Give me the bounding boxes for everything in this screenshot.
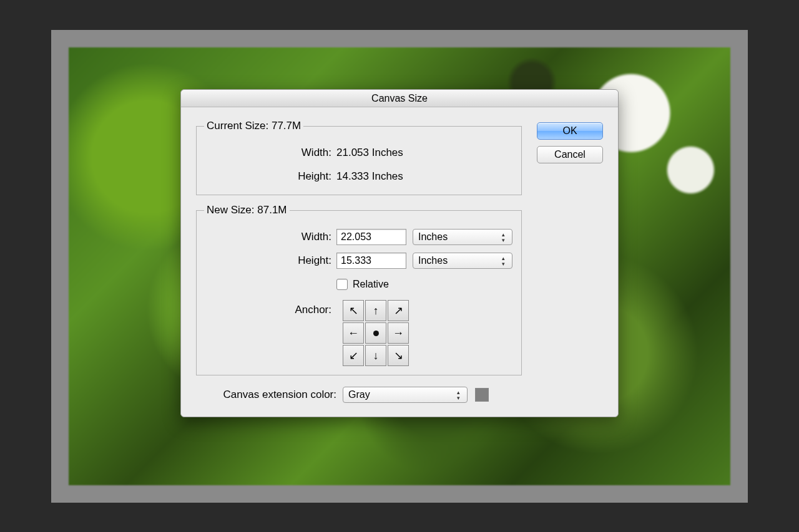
cancel-button[interactable]: Cancel: [537, 146, 603, 163]
relative-checkbox[interactable]: [336, 279, 348, 290]
canvas-size-dialog: Canvas Size Current Size: 77.7M Width: 2…: [180, 89, 619, 417]
ok-button[interactable]: OK: [537, 122, 603, 140]
anchor-e[interactable]: →: [388, 322, 409, 344]
dialog-title: Canvas Size: [371, 93, 428, 104]
extension-color-swatch[interactable]: [475, 388, 489, 402]
new-height-input[interactable]: [336, 253, 406, 269]
current-size-group: Current Size: 77.7M Width: 21.053 Inches…: [196, 120, 522, 195]
anchor-ne[interactable]: ↗: [388, 300, 409, 321]
new-width-unit-select[interactable]: Inches: [413, 229, 512, 245]
current-size-legend: Current Size: 77.7M: [204, 120, 303, 132]
current-height-label: Height:: [205, 170, 336, 183]
anchor-center[interactable]: [365, 322, 386, 344]
extension-color-label: Canvas extension color:: [196, 389, 336, 401]
extension-color-select[interactable]: Gray: [343, 387, 468, 403]
stepper-icon: [502, 231, 509, 243]
new-size-group: New Size: 87.1M Width: Inches Height: In…: [196, 204, 522, 375]
dialog-titlebar[interactable]: Canvas Size: [181, 90, 618, 107]
new-size-legend: New Size: 87.1M: [204, 204, 290, 216]
new-width-input[interactable]: [336, 229, 406, 245]
anchor-n[interactable]: ↑: [365, 300, 386, 321]
new-height-unit-select[interactable]: Inches: [413, 253, 512, 269]
anchor-w[interactable]: ←: [343, 322, 364, 344]
stepper-icon: [502, 254, 509, 267]
current-width-label: Width:: [205, 147, 336, 159]
new-width-label: Width:: [205, 231, 336, 243]
current-width-value: 21.053 Inches: [336, 147, 403, 159]
anchor-nw[interactable]: ↖: [343, 300, 364, 321]
new-height-label: Height:: [205, 254, 336, 267]
relative-label: Relative: [353, 279, 389, 290]
current-height-value: 14.333 Inches: [336, 170, 403, 183]
anchor-sw[interactable]: ↙: [343, 345, 364, 366]
stepper-icon: [457, 389, 464, 401]
anchor-se[interactable]: ↘: [388, 345, 409, 366]
anchor-grid: ↖ ↑ ↗ ← → ↙ ↓ ↘: [343, 300, 409, 366]
anchor-label: Anchor:: [205, 300, 336, 316]
anchor-s[interactable]: ↓: [365, 345, 386, 366]
